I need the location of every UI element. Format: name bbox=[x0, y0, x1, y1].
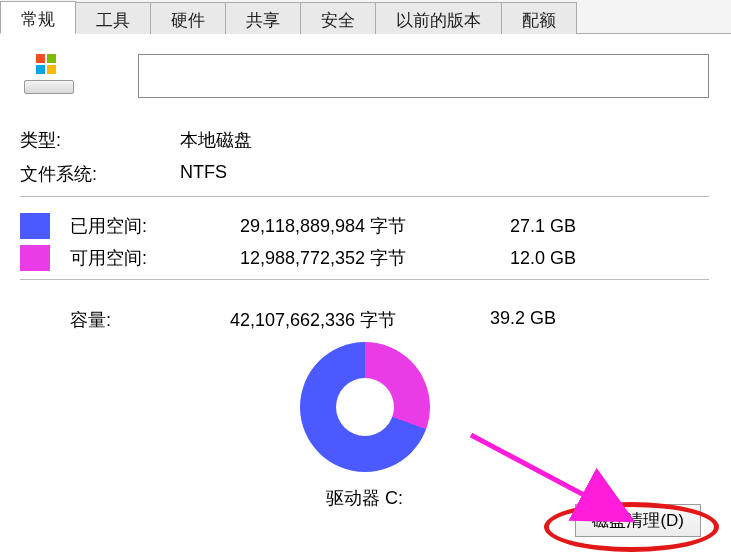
capacity-label: 容量: bbox=[20, 308, 230, 332]
used-gb: 27.1 GB bbox=[510, 216, 620, 237]
drive-icon bbox=[20, 52, 78, 100]
tab-hardware[interactable]: 硬件 bbox=[150, 2, 226, 34]
type-value: 本地磁盘 bbox=[180, 128, 252, 152]
tab-tools[interactable]: 工具 bbox=[75, 2, 151, 34]
drive-name-input[interactable] bbox=[138, 54, 709, 98]
tab-general[interactable]: 常规 bbox=[0, 1, 76, 34]
free-bytes: 12,988,772,352 字节 bbox=[240, 246, 510, 270]
usage-pie-chart bbox=[300, 342, 430, 472]
capacity-bytes: 42,107,662,336 字节 bbox=[230, 308, 490, 332]
free-label: 可用空间: bbox=[70, 246, 240, 270]
free-gb: 12.0 GB bbox=[510, 248, 620, 269]
tab-security[interactable]: 安全 bbox=[300, 2, 376, 34]
tab-strip: 常规 工具 硬件 共享 安全 以前的版本 配额 bbox=[0, 0, 731, 34]
filesystem-label: 文件系统: bbox=[20, 162, 180, 186]
tab-quota[interactable]: 配额 bbox=[501, 2, 577, 34]
divider-mid bbox=[20, 279, 709, 280]
used-swatch-icon bbox=[20, 213, 50, 239]
filesystem-value: NTFS bbox=[180, 162, 227, 186]
tab-sharing[interactable]: 共享 bbox=[225, 2, 301, 34]
disk-cleanup-button[interactable]: 磁盘清理(D) bbox=[575, 504, 701, 537]
used-bytes: 29,118,889,984 字节 bbox=[240, 214, 510, 238]
divider-top bbox=[20, 196, 709, 197]
used-label: 已用空间: bbox=[70, 214, 240, 238]
type-label: 类型: bbox=[20, 128, 180, 152]
tab-previous-versions[interactable]: 以前的版本 bbox=[375, 2, 502, 34]
capacity-gb: 39.2 GB bbox=[490, 308, 600, 332]
general-panel: 类型: 本地磁盘 文件系统: NTFS 已用空间: 29,118,889,984… bbox=[0, 34, 731, 520]
free-swatch-icon bbox=[20, 245, 50, 271]
